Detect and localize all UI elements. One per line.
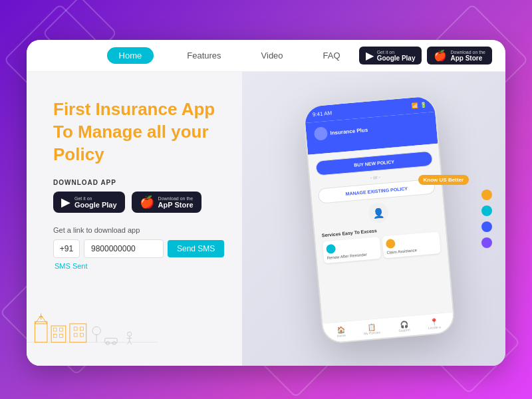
sms-row: +91 Send SMS <box>53 239 246 258</box>
phone-nav-bar: 🏠 Home 📋 My Policies 🎧 Support 📍 <box>323 312 454 338</box>
dot-3 <box>481 221 492 232</box>
nav-google-play-button[interactable]: ▶ Get it on Google Play <box>359 47 422 65</box>
phone-card-claim: Claim Assistance <box>382 231 441 258</box>
svg-rect-6 <box>53 328 57 331</box>
svg-rect-1 <box>35 322 47 342</box>
phone-nav-home[interactable]: 🏠 Home <box>336 326 346 338</box>
send-sms-button[interactable]: Send SMS <box>168 240 224 257</box>
sms-section-label: Get a link to download app <box>53 226 246 234</box>
floating-dots <box>481 190 492 248</box>
app-buttons: ▶ Get it on Google Play 🍎 Download on th… <box>53 192 246 213</box>
phone-card-renew-icon <box>326 244 336 254</box>
google-play-dl-icon: ▶ <box>61 195 70 209</box>
headline-line1: First Insurance App <box>53 98 246 121</box>
hero-headline: First Insurance App To Manage all your P… <box>53 98 246 166</box>
headline-line2: To Manage all your Policy <box>53 121 246 166</box>
phone-cards-row: Renew After Reminder Claim Assistance <box>323 231 441 263</box>
svg-rect-12 <box>80 327 83 331</box>
google-play-main-text: Google Play <box>377 55 416 62</box>
nav-app-store-button[interactable]: 🍎 Download on the App Store <box>427 47 492 65</box>
google-play-icon: ▶ <box>366 49 374 62</box>
apple-dl-icon: 🍎 <box>140 195 154 209</box>
svg-point-16 <box>92 327 100 334</box>
phone-app-name: Insurance Plus <box>330 126 368 136</box>
phone-card-renew: Renew After Reminder <box>323 237 382 263</box>
google-play-top-text: Get it on <box>377 50 416 55</box>
main-card: Home Features Video FAQ Download ▶ Get i… <box>27 40 505 366</box>
phone-avatar: 👤 <box>368 202 390 224</box>
svg-line-24 <box>130 341 132 344</box>
know-us-tag[interactable]: Know US Better <box>418 175 469 185</box>
sms-sent-status: SMS Sent <box>53 262 246 270</box>
dot-1 <box>481 190 492 200</box>
svg-rect-10 <box>70 324 86 342</box>
phone-content: BUY NEW POLICY - or - MANAGE EXISTING PO… <box>308 144 454 338</box>
nav-store-buttons: ▶ Get it on Google Play 🍎 Download on th… <box>359 47 492 65</box>
phone-status-icons: 📶 🔋 <box>412 102 427 109</box>
phone-nav-support-label: Support <box>398 327 410 332</box>
google-play-dl-button[interactable]: ▶ Get it on Google Play <box>53 192 125 213</box>
phone-logo-circle <box>314 126 329 141</box>
phone-card-renew-label: Renew After Reminder <box>327 251 378 260</box>
app-store-main-text: App Store <box>450 55 485 62</box>
phone-nav-home-label: Home <box>336 333 346 338</box>
phone-card-claim-icon <box>386 239 396 249</box>
svg-rect-14 <box>80 333 83 336</box>
google-play-dl-main: Google Play <box>74 201 117 209</box>
content-area: First Insurance App To Manage all your P… <box>27 72 505 366</box>
dot-2 <box>481 205 492 216</box>
country-code: +91 <box>53 239 80 258</box>
phone-nav-policies[interactable]: 📋 My Policies <box>363 323 381 335</box>
nav-video[interactable]: Video <box>255 47 290 64</box>
left-content: First Insurance App To Manage all your P… <box>27 72 266 366</box>
city-illustration <box>27 286 158 366</box>
phone-nav-locate-label: Locate a <box>428 325 441 330</box>
app-store-dl-main: ApP Store <box>158 201 194 209</box>
dot-4 <box>481 237 492 248</box>
download-label: DOWNLOAD APP <box>53 179 246 186</box>
svg-rect-11 <box>74 327 77 331</box>
navbar: Home Features Video FAQ Download ▶ Get i… <box>27 40 505 72</box>
google-play-dl-top: Get it on <box>74 196 117 201</box>
app-store-dl-button[interactable]: 🍎 Download on the ApP Store <box>132 192 201 213</box>
svg-line-23 <box>128 341 130 344</box>
svg-rect-7 <box>60 328 63 331</box>
phone-time: 9:41 AM <box>313 110 332 118</box>
svg-rect-9 <box>60 334 63 337</box>
phone-logo-area: Insurance Plus <box>314 118 429 141</box>
phone-nav-support[interactable]: 🎧 Support <box>398 320 410 332</box>
nav-faq[interactable]: FAQ <box>317 47 347 64</box>
right-content: Know US Better 9:41 AM 📶 🔋 <box>266 72 505 366</box>
nav-features[interactable]: Features <box>180 47 227 64</box>
svg-rect-13 <box>74 333 77 336</box>
svg-point-20 <box>128 332 132 336</box>
svg-rect-8 <box>53 334 57 337</box>
app-store-top-text: Download on the <box>450 50 485 55</box>
phone-mockup: 9:41 AM 📶 🔋 Insurance Plus BUY NEW POLIC… <box>303 94 456 344</box>
phone-input[interactable] <box>84 239 164 258</box>
phone-nav-policies-label: My Policies <box>364 330 381 335</box>
nav-home[interactable]: Home <box>107 47 154 64</box>
phone-nav-locate[interactable]: 📍 Locate a <box>428 317 442 330</box>
app-store-dl-top: Download on the <box>158 196 194 201</box>
apple-icon: 🍎 <box>434 49 447 62</box>
phone-card-claim-label: Claim Assistance <box>386 246 437 255</box>
